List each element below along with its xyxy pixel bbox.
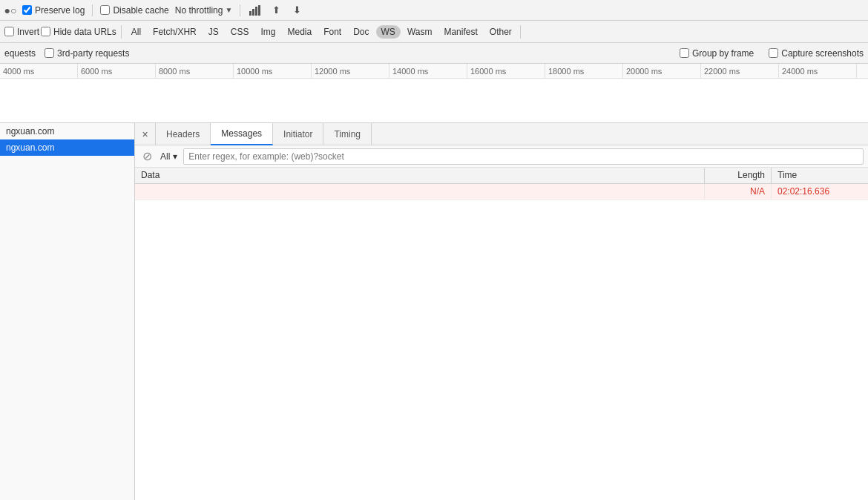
timeline-marker-6: 16000 ms	[467, 64, 545, 78]
filter-css[interactable]: CSS	[226, 25, 254, 39]
timeline-ruler: 4000 ms 6000 ms 8000 ms 10000 ms 12000 m…	[0, 64, 868, 79]
row-length-cell: N/A	[705, 184, 772, 200]
capture-screenshots-checkbox[interactable]	[769, 48, 778, 58]
filter-row: Invert Hide data URLs All Fetch/XHR JS C…	[0, 21, 868, 43]
toolbar: ●○ Preserve log Disable cache No throttl…	[0, 0, 868, 21]
disable-cache-label[interactable]: Disable cache	[100, 5, 168, 16]
requests-label: equests	[4, 48, 36, 59]
dropdown-arrow-icon: ▾	[173, 151, 177, 162]
invert-label[interactable]: Invert	[4, 27, 39, 37]
block-icon: ⊘	[139, 149, 154, 164]
filter-wasm[interactable]: Wasm	[402, 25, 438, 39]
tabs-row: × Headers Messages Initiator Timing	[135, 123, 868, 145]
timeline-marker-4: 12000 ms	[312, 64, 389, 78]
tab-headers[interactable]: Headers	[156, 123, 211, 145]
tab-initiator[interactable]: Initiator	[273, 123, 323, 145]
filter-other[interactable]: Other	[484, 25, 517, 39]
group-by-frame-label[interactable]: Group by frame	[680, 48, 754, 59]
messages-table: Data Length Time N/A 02:02:16.636	[135, 168, 868, 500]
options-row: equests 3rd-party requests Group by fram…	[0, 43, 868, 64]
col-time-header: Time	[772, 168, 868, 183]
col-length-header: Length	[705, 168, 772, 183]
download-icon[interactable]: ⬇	[289, 3, 304, 18]
col-data-header: Data	[135, 168, 705, 183]
timeline-marker-3: 10000 ms	[234, 64, 312, 78]
options-right: Group by frame Capture screenshots	[680, 48, 864, 59]
filter-img[interactable]: Img	[255, 25, 280, 39]
timeline-marker-7: 18000 ms	[545, 64, 623, 78]
filter-doc[interactable]: Doc	[348, 25, 374, 39]
timeline-marker-2: 8000 ms	[156, 64, 234, 78]
filter-ws[interactable]: WS	[376, 25, 401, 39]
row-time-cell: 02:02:16.636	[772, 184, 868, 200]
throttle-select[interactable]: No throttling ▼	[175, 5, 233, 16]
timeline-marker-1: 6000 ms	[78, 64, 156, 78]
left-panel: ngxuan.com ngxuan.com	[0, 123, 135, 500]
filter-fetch-xhr[interactable]: Fetch/XHR	[148, 25, 202, 39]
timeline-marker-10: 24000 ms	[779, 64, 857, 78]
messages-header: Data Length Time	[135, 168, 868, 184]
svg-rect-2	[255, 7, 257, 16]
upload-icon[interactable]: ⬆	[269, 3, 283, 18]
signal-icon[interactable]	[248, 3, 263, 18]
filter-separator	[121, 25, 122, 39]
split-layout: ngxuan.com ngxuan.com × Headers Messages…	[0, 123, 868, 500]
table-row[interactable]: N/A 02:02:16.636	[135, 184, 868, 200]
tab-timing[interactable]: Timing	[323, 123, 372, 145]
hide-data-urls-checkbox[interactable]	[41, 27, 50, 36]
timeline-marker-8: 20000 ms	[623, 64, 701, 78]
svg-rect-3	[258, 5, 260, 16]
timeline-marker-5: 14000 ms	[389, 64, 467, 78]
filter-font[interactable]: Font	[318, 25, 346, 39]
filter-type-dropdown[interactable]: All ▾	[157, 150, 180, 163]
divider	[92, 4, 93, 16]
svg-rect-1	[252, 9, 254, 16]
divider2	[240, 4, 240, 16]
right-panel: × Headers Messages Initiator Timing ⊘ Al…	[135, 123, 868, 500]
regex-input[interactable]	[183, 148, 864, 165]
tab-messages[interactable]: Messages	[211, 123, 273, 145]
timeline-marker-9: 22000 ms	[701, 64, 779, 78]
throttle-arrow-icon: ▼	[225, 6, 232, 14]
invert-checkbox[interactable]	[4, 27, 14, 36]
messages-filter-row: ⊘ All ▾	[135, 145, 868, 168]
filter-media[interactable]: Media	[282, 25, 317, 39]
timeline-marker-end	[857, 64, 868, 78]
timeline: 4000 ms 6000 ms 8000 ms 10000 ms 12000 m…	[0, 64, 868, 123]
third-party-requests-label[interactable]: 3rd-party requests	[45, 48, 129, 59]
filter-manifest[interactable]: Manifest	[438, 25, 482, 39]
filter-js[interactable]: JS	[203, 25, 224, 39]
list-item-0[interactable]: ngxuan.com	[0, 123, 134, 139]
svg-rect-0	[249, 11, 251, 16]
list-item-1[interactable]: ngxuan.com	[0, 139, 134, 156]
hide-data-urls-label[interactable]: Hide data URLs	[41, 27, 116, 37]
preserve-log-label[interactable]: Preserve log	[22, 5, 85, 16]
row-data-cell	[135, 184, 705, 200]
timeline-body	[0, 79, 868, 122]
filter-all[interactable]: All	[126, 25, 146, 39]
filter-end-separator	[520, 25, 521, 39]
close-button[interactable]: ×	[135, 123, 156, 145]
group-by-frame-checkbox[interactable]	[680, 48, 689, 58]
search-icon[interactable]: ●○	[4, 4, 16, 16]
disable-cache-checkbox[interactable]	[100, 5, 110, 15]
third-party-checkbox[interactable]	[45, 48, 54, 58]
timeline-marker-0: 4000 ms	[0, 64, 78, 78]
capture-screenshots-label[interactable]: Capture screenshots	[769, 48, 864, 59]
preserve-log-checkbox[interactable]	[22, 5, 32, 15]
